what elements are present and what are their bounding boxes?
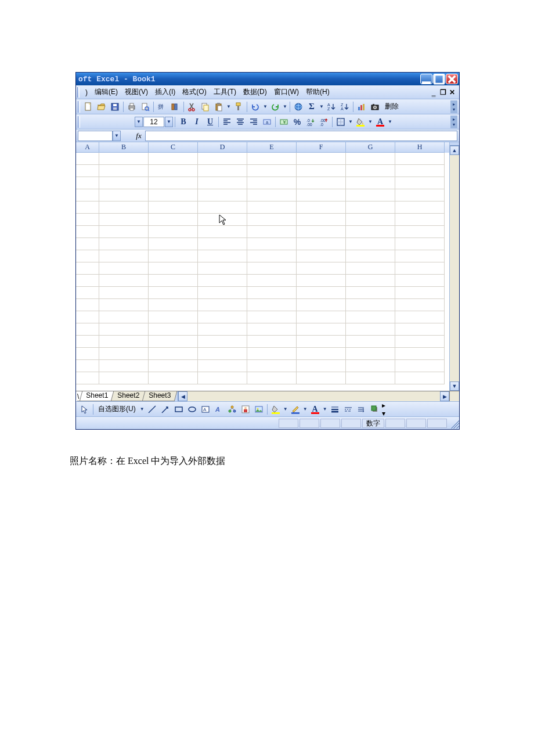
cell[interactable] <box>346 360 395 372</box>
menu-file-partial[interactable]: ) <box>82 87 91 98</box>
cell[interactable] <box>395 336 445 348</box>
line-style-icon[interactable] <box>329 403 341 416</box>
cell[interactable] <box>297 372 346 384</box>
cut-icon[interactable] <box>186 100 199 113</box>
cell[interactable] <box>76 214 99 226</box>
dash-style-icon[interactable] <box>342 403 355 416</box>
cell[interactable] <box>297 250 346 262</box>
cell[interactable] <box>247 189 297 201</box>
cell[interactable] <box>247 287 297 299</box>
cell[interactable] <box>247 275 297 287</box>
undo-icon[interactable] <box>249 100 262 113</box>
format-painter-icon[interactable] <box>232 100 245 113</box>
vertical-scrollbar[interactable]: ▲ ▼ <box>449 142 459 391</box>
cell[interactable] <box>346 238 395 250</box>
insert-picture-icon[interactable] <box>252 403 265 416</box>
cell[interactable] <box>395 323 445 336</box>
font-size-input[interactable]: 12 <box>143 117 164 127</box>
cell[interactable] <box>76 348 99 360</box>
toolbar-handle[interactable] <box>78 116 80 128</box>
cell[interactable] <box>99 336 149 348</box>
toolbar-options-icon[interactable]: ▸▾ <box>450 100 457 113</box>
cell[interactable] <box>247 323 297 336</box>
cell[interactable] <box>395 360 445 372</box>
cell[interactable] <box>346 336 395 348</box>
cell[interactable] <box>247 311 297 323</box>
cell[interactable] <box>395 275 445 287</box>
cell[interactable] <box>149 311 198 323</box>
scroll-left-button[interactable]: ◀ <box>178 391 187 401</box>
cell[interactable] <box>395 372 445 384</box>
column-header[interactable]: F <box>297 142 346 153</box>
cell[interactable] <box>346 287 395 299</box>
merge-center-icon[interactable]: a <box>261 116 273 128</box>
cell[interactable] <box>76 323 99 336</box>
fill-color-dropdown[interactable]: ▼ <box>367 119 373 124</box>
cell[interactable] <box>76 287 99 299</box>
cell[interactable] <box>247 214 297 226</box>
cell[interactable] <box>149 323 198 336</box>
cell[interactable] <box>395 348 445 360</box>
titlebar[interactable]: oft Excel - Book1 <box>76 73 459 85</box>
toolbar-options-icon[interactable]: ▸▾ <box>450 116 457 128</box>
menu-help[interactable]: 帮助(H) <box>302 86 333 98</box>
cell[interactable] <box>395 189 445 201</box>
wordart-icon[interactable]: A <box>212 403 225 416</box>
print-icon[interactable] <box>125 100 138 113</box>
font-size-dropdown[interactable]: ▼ <box>165 117 173 127</box>
scroll-up-button[interactable]: ▲ <box>450 146 459 155</box>
cell[interactable] <box>76 238 99 250</box>
cell[interactable] <box>76 165 99 177</box>
cell[interactable] <box>346 177 395 189</box>
cell[interactable] <box>297 336 346 348</box>
cell[interactable] <box>247 177 297 189</box>
cell[interactable] <box>297 299 346 311</box>
cell[interactable] <box>99 360 149 372</box>
cell[interactable] <box>297 189 346 201</box>
font-color-icon[interactable]: A <box>374 116 387 128</box>
cell[interactable] <box>99 275 149 287</box>
cell[interactable] <box>198 348 247 360</box>
cell[interactable] <box>297 165 346 177</box>
cell[interactable] <box>346 201 395 214</box>
column-header[interactable]: B <box>99 142 149 153</box>
cell[interactable] <box>149 165 198 177</box>
cell[interactable] <box>99 348 149 360</box>
cell[interactable] <box>297 214 346 226</box>
cell[interactable] <box>395 226 445 238</box>
research-icon[interactable] <box>169 100 182 113</box>
menu-window[interactable]: 窗口(W) <box>270 86 302 98</box>
cell[interactable] <box>99 226 149 238</box>
arrow-style-icon[interactable] <box>355 403 368 416</box>
cell[interactable] <box>395 153 445 165</box>
cell[interactable] <box>99 189 149 201</box>
cell[interactable] <box>149 153 198 165</box>
cell[interactable] <box>395 262 445 275</box>
cell[interactable] <box>99 238 149 250</box>
align-right-icon[interactable] <box>247 116 260 128</box>
cell[interactable] <box>198 372 247 384</box>
cell[interactable] <box>76 177 99 189</box>
cell[interactable] <box>346 323 395 336</box>
open-icon[interactable] <box>95 100 108 113</box>
cell[interactable] <box>395 250 445 262</box>
cell[interactable] <box>149 360 198 372</box>
cell[interactable] <box>99 287 149 299</box>
draw-line-dropdown[interactable]: ▼ <box>302 406 308 412</box>
fill-color-icon[interactable] <box>354 116 367 128</box>
cell[interactable] <box>247 360 297 372</box>
autoshapes-dropdown[interactable]: ▼ <box>139 406 145 412</box>
cell[interactable] <box>297 360 346 372</box>
cell[interactable] <box>297 311 346 323</box>
cell[interactable] <box>99 153 149 165</box>
cell[interactable] <box>149 189 198 201</box>
cell[interactable] <box>297 287 346 299</box>
redo-icon[interactable] <box>269 100 282 113</box>
cell[interactable] <box>346 348 395 360</box>
italic-button[interactable]: I <box>190 116 203 128</box>
draw-fill-dropdown[interactable]: ▼ <box>283 406 288 412</box>
cell[interactable] <box>76 189 99 201</box>
cell[interactable] <box>149 275 198 287</box>
doc-restore-button[interactable]: ❐ <box>439 88 446 96</box>
toolbar-handle[interactable] <box>78 101 80 113</box>
